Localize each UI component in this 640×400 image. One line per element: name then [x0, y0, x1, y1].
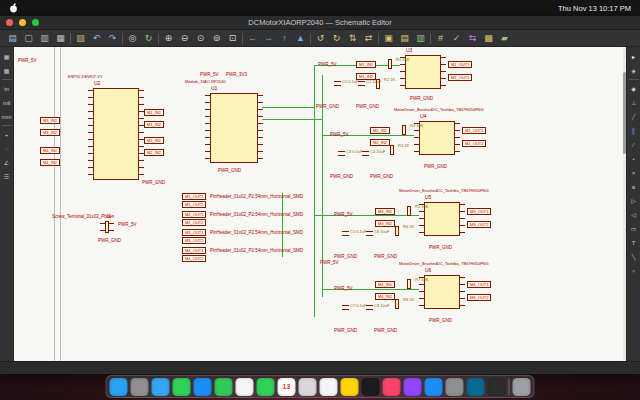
bus-entry-icon[interactable]: ∕: [628, 139, 639, 150]
zoom-selection-icon[interactable]: ⊡: [226, 32, 239, 45]
global-label[interactable]: M2_OUT1: [462, 127, 486, 134]
global-label[interactable]: M2_IN1: [144, 137, 164, 144]
global-label[interactable]: M1_OUT2: [182, 201, 206, 208]
grid-toggle-icon[interactable]: ▦: [1, 51, 12, 62]
global-label[interactable]: M1_IN1: [144, 109, 164, 116]
pcb-editor-icon[interactable]: ▰: [498, 32, 511, 45]
dock-tv[interactable]: [362, 378, 380, 396]
zoom-objects-icon[interactable]: ⊚: [210, 32, 223, 45]
passive-part[interactable]: C1 0.1uF: [334, 81, 341, 86]
dock-reminders[interactable]: [320, 378, 338, 396]
global-label[interactable]: M3_OUT1: [182, 229, 206, 236]
toolbar-icon[interactable]: [242, 33, 243, 44]
global-label[interactable]: M2_OUT2: [182, 219, 206, 226]
passive-part[interactable]: R5 10K: [407, 206, 411, 216]
symbol-editor-icon[interactable]: ▣: [382, 32, 395, 45]
toolbar-icon[interactable]: [378, 33, 379, 44]
mirror-h-icon[interactable]: ⇄: [362, 32, 375, 45]
zoom-fit-icon[interactable]: ⊙: [194, 32, 207, 45]
highlight-net-icon[interactable]: ◈: [628, 65, 639, 76]
dock-launchpad[interactable]: [131, 378, 149, 396]
passive-part[interactable]: C3 0.1uF: [338, 151, 345, 156]
rotate-cw-icon[interactable]: ↻: [330, 32, 343, 45]
rotate-ccw-icon[interactable]: ↺: [314, 32, 327, 45]
global-label[interactable]: M4_OUT1: [182, 247, 206, 254]
dock-photos[interactable]: [236, 378, 254, 396]
window-titlebar[interactable]: DCMotorXIAORP2040 — Schematic Editor: [0, 16, 640, 30]
global-label[interactable]: M3_IN2: [375, 220, 395, 227]
dock-safari[interactable]: [152, 378, 170, 396]
ic-u1[interactable]: Module_XIAO-RP2040 U1: [205, 93, 263, 163]
no-connect-icon[interactable]: ×: [628, 167, 639, 178]
passive-part[interactable]: C8 10uF: [366, 305, 373, 310]
text-tool-icon[interactable]: T: [628, 237, 639, 248]
global-label[interactable]: M3_IN1: [40, 117, 60, 124]
passive-part[interactable]: C2 10uF: [358, 81, 365, 86]
global-label[interactable]: M4_IN2: [375, 293, 395, 300]
right-toolbar-icon[interactable]: [629, 79, 639, 80]
footprint-editor-icon[interactable]: ▥: [414, 32, 427, 45]
net-label-icon[interactable]: a: [628, 181, 639, 192]
edit-symbol-fields-icon[interactable]: ▩: [482, 32, 495, 45]
passive-part[interactable]: C5 0.1uF: [342, 231, 349, 236]
toolbar-icon[interactable]: [310, 33, 311, 44]
passive-part[interactable]: R1 10K: [388, 59, 392, 69]
print-icon[interactable]: ▥: [38, 32, 51, 45]
toolbar-icon[interactable]: [158, 33, 159, 44]
dock-podcasts[interactable]: [404, 378, 422, 396]
redo-icon[interactable]: ↷: [106, 32, 119, 45]
undo-icon[interactable]: ↶: [90, 32, 103, 45]
passive-part[interactable]: C7 0.1uF: [342, 305, 349, 310]
dock-messages[interactable]: [173, 378, 191, 396]
global-label[interactable]: M4_OUT2: [467, 294, 491, 301]
left-toolbar-icon[interactable]: [2, 79, 12, 80]
apple-menu-icon[interactable]: [9, 3, 18, 13]
passive-part[interactable]: R3 10K: [402, 125, 406, 135]
global-label[interactable]: M1_OUT1: [182, 193, 206, 200]
hidden-pins-icon[interactable]: ◌: [1, 143, 12, 154]
graphic-line-icon[interactable]: ╲: [628, 251, 639, 262]
global-label[interactable]: M4_IN2: [40, 159, 60, 166]
free-angle-wires-icon[interactable]: ∠: [1, 157, 12, 168]
global-label[interactable]: M4_IN1: [375, 281, 395, 288]
assign-footprints-icon[interactable]: ⇆: [466, 32, 479, 45]
toolbar-icon[interactable]: [122, 33, 123, 44]
annotate-icon[interactable]: #: [434, 32, 447, 45]
zoom-out-icon[interactable]: ⊖: [178, 32, 191, 45]
passive-part[interactable]: R7 10K: [407, 279, 411, 289]
page-settings-icon[interactable]: ▢: [22, 32, 35, 45]
global-label[interactable]: M3_IN2: [40, 129, 60, 136]
toolbar-icon[interactable]: [70, 33, 71, 44]
units-mm-icon[interactable]: mm: [1, 111, 12, 122]
dock-contacts[interactable]: [299, 378, 317, 396]
dock-music[interactable]: [383, 378, 401, 396]
global-label-icon[interactable]: ▷: [628, 195, 639, 206]
dock-mail[interactable]: [194, 378, 212, 396]
plot-icon[interactable]: ▦: [54, 32, 67, 45]
dock-settings[interactable]: [446, 378, 464, 396]
global-label[interactable]: M4_OUT1: [467, 281, 491, 288]
dock-trash[interactable]: [513, 378, 531, 396]
schematic-canvas[interactable]: ESP32-DEVKIT-V1 U2 Module_XIAO-RP2040 U1…: [14, 47, 626, 361]
global-label[interactable]: M1_IN2: [144, 121, 164, 128]
properties-panel-icon[interactable]: ☰: [1, 171, 12, 182]
delete-tool-icon[interactable]: ×: [628, 265, 639, 276]
global-label[interactable]: M3_OUT2: [182, 237, 206, 244]
canvas-scrollbar-thumb[interactable]: [623, 72, 626, 154]
global-label[interactable]: M3_IN1: [375, 208, 395, 215]
forward-icon[interactable]: →: [262, 32, 275, 45]
dock-notes[interactable]: [341, 378, 359, 396]
global-label[interactable]: M4_IN1: [40, 147, 60, 154]
passive-part[interactable]: C4 10uF: [362, 151, 369, 156]
dock-kicad[interactable]: [467, 378, 485, 396]
symbol-browser-icon[interactable]: ▤: [398, 32, 411, 45]
units-inches-icon[interactable]: in: [1, 83, 12, 94]
wire-tool-icon[interactable]: ╱: [628, 111, 639, 122]
global-label[interactable]: M3_OUT2: [467, 221, 491, 228]
ic-j1[interactable]: J1: [100, 221, 114, 233]
mirror-v-icon[interactable]: ⇅: [346, 32, 359, 45]
global-label[interactable]: M2_IN2: [144, 149, 164, 156]
save-icon[interactable]: ▤: [6, 32, 19, 45]
global-label[interactable]: M2_IN1: [370, 127, 390, 134]
global-label[interactable]: M4_OUT2: [182, 255, 206, 262]
